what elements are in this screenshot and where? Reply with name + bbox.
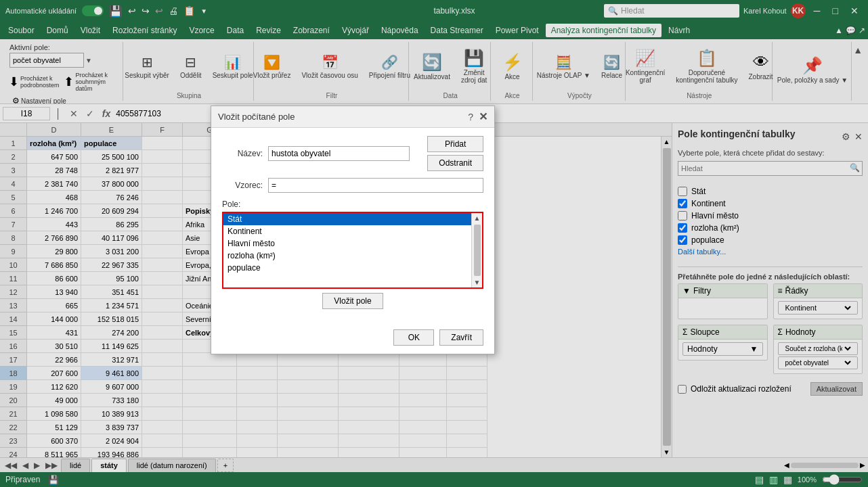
modal-formula-display (268, 178, 483, 193)
field-scroll-thumb[interactable] (474, 225, 481, 276)
modal-name-input[interactable] (268, 146, 410, 161)
modal-remove-btn[interactable]: Odstranit (427, 155, 483, 171)
modal-name-row: Název: Přidat Odstranit (222, 136, 483, 171)
modal-name-label: Název: (222, 149, 263, 158)
modal-cancel-btn[interactable]: Zavřít (439, 329, 483, 346)
modal-title: Vložit počítané pole (218, 112, 295, 122)
field-list-label: Pole: (222, 200, 483, 209)
modal-controls: ? ✕ (468, 110, 487, 123)
modal-formula-label: Vzorec: (222, 181, 263, 190)
field-item-kontinent[interactable]: Kontinent (223, 225, 471, 237)
insert-field-btn[interactable]: Vložit pole (322, 293, 383, 309)
field-scrollbar-bar[interactable]: ▲ ▼ (471, 213, 482, 287)
field-list-spacer (223, 274, 471, 287)
field-item-hlavni-mesto[interactable]: Hlavní město (223, 237, 471, 250)
modal-help-btn[interactable]: ? (468, 112, 473, 122)
field-list-container: Stát Kontinent Hlavní město rozloha (km²… (222, 212, 483, 289)
modal-footer: OK Zavřít (211, 324, 494, 354)
modal-add-btn[interactable]: Přidat (427, 136, 483, 152)
modal-overlay: Vložit počítané pole ? ✕ Název: Přidat O… (0, 0, 868, 487)
modal-dialog: Vložit počítané pole ? ✕ Název: Přidat O… (211, 106, 495, 354)
modal-formula-input[interactable] (272, 181, 480, 190)
field-item-rozloha[interactable]: rozloha (km²) (223, 250, 471, 262)
field-item-stat[interactable]: Stát (223, 213, 471, 225)
field-scroll-down[interactable]: ▼ (473, 277, 482, 287)
modal-formula-row: Vzorec: (222, 178, 483, 193)
field-list-section: Pole: Stát Kontinent Hlavní město rozloh… (222, 200, 483, 309)
field-scroll-up[interactable]: ▲ (473, 213, 482, 223)
modal-add-remove-btns: Přidat Odstranit (427, 136, 483, 171)
field-item-populace[interactable]: populace (223, 262, 471, 274)
field-scrollbar: Stát Kontinent Hlavní město rozloha (km²… (223, 213, 482, 287)
modal-body: Název: Přidat Odstranit Vzorec: (211, 128, 494, 324)
modal-titlebar: Vložit počítané pole ? ✕ (211, 106, 494, 128)
modal-ok-btn[interactable]: OK (393, 329, 434, 346)
field-list: Stát Kontinent Hlavní město rozloha (km²… (223, 213, 471, 287)
modal-close-btn[interactable]: ✕ (479, 110, 487, 123)
